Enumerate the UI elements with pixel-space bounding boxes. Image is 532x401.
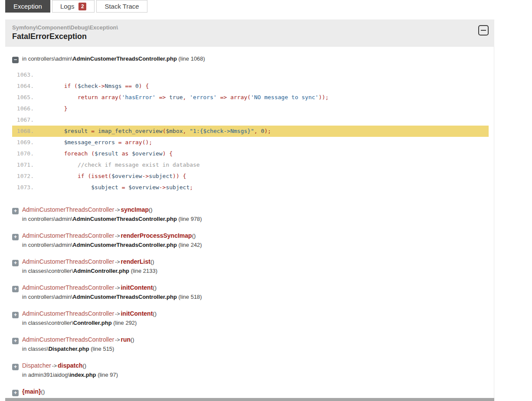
frame-location: in controllers\admin\AdminCustomerThread… bbox=[22, 241, 489, 249]
code-text: $subject = $overview->subject; bbox=[37, 182, 489, 193]
stack-frame: +AdminCustomerThreadsController->renderP… bbox=[12, 231, 489, 249]
stack-frames: +AdminCustomerThreadsController->syncIma… bbox=[12, 205, 489, 401]
frame-location: in classes\controller\Controller.php (li… bbox=[22, 319, 489, 327]
code-text: if (isset($overview->subject)) { bbox=[37, 171, 489, 182]
trace-location-prefix: in bbox=[22, 55, 28, 62]
frame-arrow: -> bbox=[114, 337, 121, 343]
frame-location: in admin391iaidog\index.php (line 97) bbox=[22, 371, 489, 379]
tab-logs[interactable]: Logs 2 bbox=[52, 0, 95, 13]
tab-bar: Exception Logs 2 Stack Trace bbox=[5, 0, 532, 13]
frame-method: renderProcessSyncImap bbox=[121, 232, 192, 239]
code-line: 1065. return array('hasError' => true, '… bbox=[12, 92, 489, 103]
frame-location-path: in controllers\admin\ bbox=[22, 294, 72, 300]
frame-arrow: -> bbox=[114, 259, 121, 265]
exception-panel: Symfony\Component\Debug\Exception\ Fatal… bbox=[5, 19, 494, 401]
stack-frame: +Dispatcher->dispatch()in admin391iaidog… bbox=[12, 361, 489, 379]
code-text: foreach ($result as $overview) { bbox=[37, 148, 489, 159]
line-number: 1063. bbox=[12, 69, 34, 81]
code-line: 1066. } bbox=[12, 103, 489, 114]
code-text: $message_errors = array(); bbox=[37, 137, 489, 148]
code-excerpt: 1063.1064. if ($check->Nmsgs == 0) {1065… bbox=[12, 69, 489, 193]
code-line: 1067. bbox=[12, 114, 489, 126]
frame-arrow: -> bbox=[51, 363, 58, 369]
collapse-code-icon[interactable]: − bbox=[12, 57, 19, 63]
exception-body: −in controllers\admin\AdminCustomerThrea… bbox=[5, 47, 494, 401]
stack-frame: +AdminCustomerThreadsController->renderL… bbox=[12, 257, 489, 275]
frame-location-file: index.php bbox=[69, 372, 96, 378]
frame-location-path: in classes\controller\ bbox=[22, 320, 73, 326]
expand-frame-icon[interactable]: + bbox=[12, 260, 19, 266]
frame-location: in controllers\admin\AdminCustomerThread… bbox=[22, 293, 489, 301]
frame-class: AdminCustomerThreadsController bbox=[22, 310, 114, 317]
frame-args: () bbox=[83, 362, 87, 369]
expand-frame-icon[interactable]: + bbox=[12, 234, 19, 240]
line-number: 1068. bbox=[12, 126, 34, 137]
line-number: 1064. bbox=[12, 81, 34, 92]
expand-frame-icon[interactable]: + bbox=[12, 286, 19, 292]
code-line: 1071. //check if message exist in databa… bbox=[12, 159, 489, 171]
code-text: if ($check->Nmsgs == 0) { bbox=[37, 81, 489, 92]
frame-args: () bbox=[41, 388, 45, 395]
line-number: 1070. bbox=[12, 148, 34, 159]
stack-frame: +AdminCustomerThreadsController->initCon… bbox=[12, 283, 489, 301]
frame-location-file: AdminController.php bbox=[73, 268, 129, 274]
frame-location-file: Dispatcher.php bbox=[49, 346, 89, 352]
frame-location-line: (line 518) bbox=[177, 294, 202, 300]
tab-logs-label: Logs bbox=[60, 3, 75, 10]
frame-class: Dispatcher bbox=[22, 362, 51, 369]
tab-exception-label: Exception bbox=[13, 3, 42, 10]
line-number: 1066. bbox=[12, 103, 34, 114]
frame-class: AdminCustomerThreadsController bbox=[22, 206, 114, 213]
trace-location: −in controllers\admin\AdminCustomerThrea… bbox=[12, 55, 489, 63]
exception-namespace: Symfony\Component\Debug\Exception\ bbox=[12, 24, 487, 31]
frame-location: in classes\controller\AdminController.ph… bbox=[22, 267, 489, 275]
expand-frame-icon[interactable]: + bbox=[12, 364, 19, 370]
trace-location-line: (line 1068) bbox=[177, 55, 205, 62]
frame-class: AdminCustomerThreadsController bbox=[22, 232, 114, 239]
trace-location-file: AdminCustomerThreadsController.php bbox=[72, 55, 177, 62]
stack-frame: +AdminCustomerThreadsController->run()in… bbox=[12, 335, 489, 353]
code-line: 1073. $subject = $overview->subject; bbox=[12, 182, 489, 193]
frame-location-file: Controller.php bbox=[73, 320, 112, 326]
code-text: //check if message exist in database bbox=[37, 159, 489, 171]
tab-stack-trace-label: Stack Trace bbox=[104, 3, 139, 10]
frame-location-path: in classes\ bbox=[22, 346, 49, 352]
frame-location-path: in admin391iaidog\ bbox=[22, 372, 69, 378]
frame-arrow: -> bbox=[114, 285, 121, 291]
tab-exception[interactable]: Exception bbox=[5, 0, 50, 13]
frame-method: initContent bbox=[121, 310, 153, 317]
frame-location-path: in classes\controller\ bbox=[22, 268, 73, 274]
line-number: 1067. bbox=[12, 114, 34, 126]
collapse-exception-button[interactable] bbox=[478, 25, 489, 36]
expand-frame-icon[interactable]: + bbox=[12, 208, 19, 214]
frame-args: () bbox=[153, 310, 157, 317]
code-text bbox=[37, 69, 489, 81]
frame-class: AdminCustomerThreadsController bbox=[22, 336, 114, 343]
frame-location-line: (line 978) bbox=[177, 216, 202, 222]
next-section-divider bbox=[5, 398, 494, 401]
code-line: 1070. foreach ($result as $overview) { bbox=[12, 148, 489, 159]
line-number: 1065. bbox=[12, 92, 34, 103]
line-number: 1071. bbox=[12, 159, 34, 171]
frame-method: renderList bbox=[121, 258, 150, 265]
line-number: 1073. bbox=[12, 182, 34, 193]
frame-location-file: AdminCustomerThreadsController.php bbox=[72, 216, 177, 222]
frame-location-path: in controllers\admin\ bbox=[22, 242, 72, 248]
code-line: 1072. if (isset($overview->subject)) { bbox=[12, 171, 489, 182]
line-number: 1069. bbox=[12, 137, 34, 148]
frame-location-line: (line 242) bbox=[177, 242, 202, 248]
expand-frame-icon[interactable]: + bbox=[12, 312, 19, 318]
frame-location-file: AdminCustomerThreadsController.php bbox=[72, 294, 177, 300]
frame-args: () bbox=[192, 233, 196, 239]
tab-stack-trace[interactable]: Stack Trace bbox=[96, 0, 147, 13]
frame-method: dispatch bbox=[58, 362, 83, 369]
expand-frame-icon[interactable]: + bbox=[12, 338, 19, 344]
frame-location-line: (line 515) bbox=[89, 346, 114, 352]
code-line: 1069. $message_errors = array(); bbox=[12, 137, 489, 148]
expand-frame-icon[interactable]: + bbox=[12, 390, 19, 396]
frame-location-line: (line 97) bbox=[96, 372, 118, 378]
frame-location-path: in controllers\admin\ bbox=[22, 216, 72, 222]
code-line-highlighted: 1068. $result = imap_fetch_overview($mbo… bbox=[12, 126, 489, 137]
frame-args: () bbox=[149, 207, 153, 213]
line-number: 1072. bbox=[12, 171, 34, 182]
